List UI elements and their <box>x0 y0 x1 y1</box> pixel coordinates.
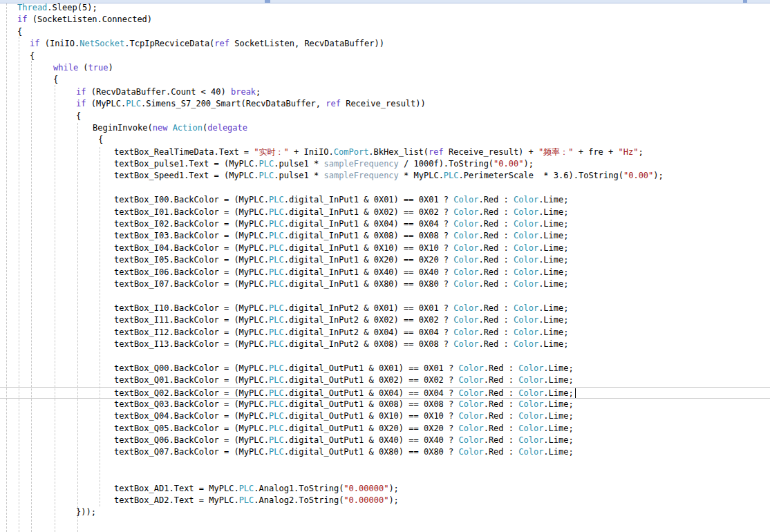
code-line[interactable]: textBox_I10.BackColor = (MyPLC.PLC.digit… <box>0 303 770 314</box>
code-token: Color <box>453 207 478 217</box>
code-line[interactable]: textBox_I01.BackColor = (MyPLC.PLC.digit… <box>0 207 770 218</box>
code-token: textBox_I12.BackColor = (MyPLC. <box>114 327 269 337</box>
code-line[interactable]: if (SocketListen.Connected) <box>0 14 770 26</box>
splitter-handle[interactable] <box>743 0 747 3</box>
splitter-handle[interactable] <box>265 0 270 3</box>
code-line-current[interactable]: textBox_Q02.BackColor = (MyPLC.PLC.digit… <box>0 387 770 399</box>
code-line[interactable]: textBox_AD2.Text = MyPLC.PLC.Analog2.ToS… <box>0 495 770 506</box>
code-token: .Lime; <box>543 424 573 433</box>
code-line-text: { <box>0 111 81 122</box>
code-token: .digital_InPut1 & 0X10) == 0X10 ? <box>284 243 454 253</box>
code-line[interactable]: textBox_Q05.BackColor = (MyPLC.PLC.digit… <box>0 423 770 435</box>
code-token: .Simens_S7_200_Smart(RecvDataBuffer, <box>141 99 326 108</box>
code-token: .digital_OutPut1 & 0X20) == 0X20 ? <box>284 424 459 433</box>
code-line[interactable]: BeginInvoke(new Action(delegate <box>0 122 770 134</box>
code-token: Color <box>459 411 484 421</box>
code-token: / 1000f).ToString( <box>399 159 494 169</box>
code-token: PLC <box>269 363 284 373</box>
code-token: PLC <box>269 267 284 277</box>
code-line[interactable]: { <box>0 50 770 62</box>
code-token: .pulse1 * <box>274 171 323 180</box>
code-line[interactable] <box>0 459 770 471</box>
code-token: textBox_I01.BackColor = (MyPLC. <box>114 207 269 217</box>
code-line[interactable] <box>0 290 770 302</box>
code-token: .Red : <box>478 315 514 325</box>
code-line[interactable]: textBox_I12.BackColor = (MyPLC.PLC.digit… <box>0 327 770 339</box>
code-token: textBox_AD2.Text = MyPLC. <box>114 495 239 505</box>
code-line[interactable] <box>0 350 770 362</box>
code-line[interactable]: textBox_I13.BackColor = (MyPLC.PLC.digit… <box>0 339 770 350</box>
code-line[interactable]: textBox_I02.BackColor = (MyPLC.PLC.digit… <box>0 218 770 230</box>
code-editor[interactable]: Thread.Sleep(5);if (SocketListen.Connect… <box>0 0 770 532</box>
code-line[interactable]: { <box>0 111 770 122</box>
code-token: Action <box>173 123 203 133</box>
code-line[interactable]: textBox_I05.BackColor = (MyPLC.PLC.digit… <box>0 254 770 266</box>
code-line[interactable]: { <box>0 134 770 146</box>
code-line[interactable]: textBox_pulse1.Text = (MyPLC.PLC.pulse1 … <box>0 158 770 170</box>
code-line[interactable]: })); <box>0 506 770 518</box>
code-token: Color <box>514 207 538 217</box>
code-token: PLC <box>269 207 284 217</box>
code-line[interactable]: textBox_Q04.BackColor = (MyPLC.PLC.digit… <box>0 410 770 422</box>
code-line[interactable]: textBox_Q07.BackColor = (MyPLC.PLC.digit… <box>0 446 770 458</box>
code-token: (RecvDataBuffer.Count < 40) <box>86 87 231 97</box>
code-token: + fre + <box>573 147 618 157</box>
code-line-text: textBox_I13.BackColor = (MyPLC.PLC.digit… <box>0 339 568 350</box>
code-line[interactable]: textBox_Q01.BackColor = (MyPLC.PLC.digit… <box>0 374 770 386</box>
code-line-text: BeginInvoke(new Action(delegate <box>0 122 247 134</box>
code-line-text: textBox_I05.BackColor = (MyPLC.PLC.digit… <box>0 254 568 266</box>
code-line-text: if (MyPLC.PLC.Simens_S7_200_Smart(RecvDa… <box>0 98 426 110</box>
code-line-text: { <box>0 74 58 86</box>
code-token: PLC <box>269 315 284 325</box>
code-line[interactable]: textBox_Q00.BackColor = (MyPLC.PLC.digit… <box>0 363 770 374</box>
code-token: .Red : <box>478 195 514 205</box>
code-line[interactable]: textBox_I06.BackColor = (MyPLC.PLC.digit… <box>0 267 770 278</box>
code-token: sampleFrequency <box>323 171 398 180</box>
code-token: Color <box>518 363 543 373</box>
code-token: ); <box>653 171 663 180</box>
code-line[interactable]: textBox_I03.BackColor = (MyPLC.PLC.digit… <box>0 230 770 242</box>
code-line[interactable]: textBox_I04.BackColor = (MyPLC.PLC.digit… <box>0 243 770 254</box>
code-token: PLC <box>269 388 284 398</box>
code-line[interactable]: textBox_I11.BackColor = (MyPLC.PLC.digit… <box>0 314 770 326</box>
code-line[interactable]: if (IniIO.NetSocket.TcpIpRecviceData(ref… <box>0 38 770 50</box>
code-line[interactable]: textBox_I00.BackColor = (MyPLC.PLC.digit… <box>0 194 770 206</box>
code-line[interactable]: textBox_I07.BackColor = (MyPLC.PLC.digit… <box>0 278 770 290</box>
code-token: Color <box>514 303 538 313</box>
code-line[interactable]: if (MyPLC.PLC.Simens_S7_200_Smart(RecvDa… <box>0 98 770 110</box>
code-line-text: Thread.Sleep(5); <box>0 2 97 14</box>
code-line[interactable] <box>0 519 770 531</box>
code-token: PLC <box>269 435 284 445</box>
code-token: new <box>153 123 168 133</box>
code-line[interactable] <box>0 471 770 482</box>
code-line[interactable]: while (true) <box>0 62 770 74</box>
code-line[interactable]: textBox_Q03.BackColor = (MyPLC.PLC.digit… <box>0 399 770 410</box>
code-token: .digital_InPut1 & 0X80) == 0X80 ? <box>284 279 454 289</box>
code-token: .Lime; <box>538 339 568 349</box>
code-line[interactable]: textBox_AD1.Text = MyPLC.PLC.Analog1.ToS… <box>0 483 770 495</box>
text-caret <box>575 388 576 398</box>
code-line[interactable]: textBox_Q06.BackColor = (MyPLC.PLC.digit… <box>0 435 770 446</box>
code-token: textBox_Q03.BackColor = (MyPLC. <box>114 399 269 409</box>
code-line[interactable]: textBox_RealTimeData.Text = "实时：" + IniI… <box>0 146 770 158</box>
code-token: PLC <box>444 171 459 180</box>
code-line[interactable]: Thread.Sleep(5); <box>0 2 770 14</box>
code-line[interactable] <box>0 182 770 194</box>
code-token: PLC <box>269 243 284 253</box>
code-line[interactable]: { <box>0 26 770 38</box>
code-line[interactable]: if (RecvDataBuffer.Count < 40) break; <box>0 86 770 98</box>
code-token: (IniIO. <box>39 39 79 48</box>
code-token: textBox_I03.BackColor = (MyPLC. <box>114 231 269 240</box>
code-line[interactable]: { <box>0 74 770 86</box>
code-token: * MyPLC. <box>399 171 444 180</box>
code-token: PLC <box>239 484 254 493</box>
code-token: .BkHex_list( <box>368 147 429 157</box>
code-token: PLC <box>269 219 284 229</box>
code-token: .Red : <box>478 219 514 229</box>
code-token: NetSocket <box>79 39 124 48</box>
code-token: textBox_Q01.BackColor = (MyPLC. <box>114 375 269 385</box>
code-token: .Red : <box>478 231 514 240</box>
code-token: Color <box>453 243 478 253</box>
code-line[interactable]: textBox_Speed1.Text = (MyPLC.PLC.pulse1 … <box>0 170 770 182</box>
code-token: Color <box>518 435 543 445</box>
